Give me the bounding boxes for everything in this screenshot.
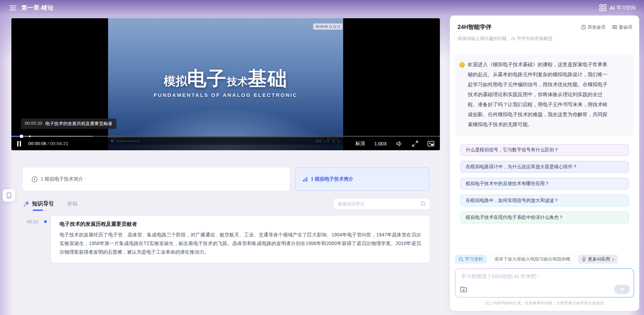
logo-text: 学习空间 xyxy=(616,5,636,11)
bar-chart-icon xyxy=(303,177,308,182)
knowledge-card-body: 电子技术的发展经历了电子管、晶体管、集成电路三个阶段，对广播通信、航空航天、工业… xyxy=(60,231,421,256)
suggested-questions: 什么是模拟信号，它与数字信号有什么区别？ 在模拟电路设计中，为什么说运算放大器是… xyxy=(460,144,629,223)
recorded-overlay-time: 00:00:05 xyxy=(316,25,328,28)
panel-actions: 历史会话 新会话 xyxy=(581,24,632,30)
panel-subtitle: 选择或输入感兴趣的问题，AI 学伴为你答疑解惑 xyxy=(457,35,632,42)
chat-input[interactable] xyxy=(455,269,634,279)
video-player[interactable]: 00:00:05 模拟电子技术基础 FUNDAMENTALS OF ANALOG… xyxy=(11,18,440,150)
suggested-question[interactable]: 在模拟电路设计中，为什么说运算放大器是核心组件？ xyxy=(460,161,629,173)
magnifier-icon xyxy=(459,257,463,262)
recorded-tool-icon xyxy=(334,26,336,28)
sparkle-icon xyxy=(23,200,30,207)
input-toolbar xyxy=(460,285,630,294)
suggested-question[interactable]: 模拟电子技术中的反馈技术有哪些应用？ xyxy=(460,178,629,190)
suggested-question[interactable]: 模拟电子技术在现代电子系统中扮演什么角色？ xyxy=(460,212,629,223)
suggested-question[interactable]: 在模拟电路中，如何实现信号的放大和滤波？ xyxy=(460,195,629,206)
quality-button[interactable]: 标清 xyxy=(355,141,365,147)
quick-chips-row: 学习资料 请讲下放大器输入电阻与输出电阻的概 更多AI应用 › xyxy=(455,255,634,264)
speed-button[interactable]: 1.00X xyxy=(374,141,387,146)
mobile-panel-button[interactable] xyxy=(3,189,15,202)
apps-grid-icon[interactable] xyxy=(599,4,606,11)
controls-row: 00:00:06 / 00:04:21 标清 1.00X xyxy=(11,137,440,150)
chapter-tooltip-label: 电子技术的发展历程及重要贡献者 xyxy=(45,121,113,127)
video-subtitle: FUNDAMENTALS OF ANALOG ELECTRONIC xyxy=(108,92,343,98)
chat-input-card xyxy=(455,268,634,297)
page-title: 第一章-绪论 xyxy=(21,4,54,12)
pause-button[interactable] xyxy=(17,141,21,146)
chapter-card-video-label: 1 模拟电子技术简介 xyxy=(41,176,83,182)
search-input[interactable] xyxy=(338,201,421,206)
ai-disclaimer: 以上内容均由AI生成，仅供参考和借鉴；大模型能力由学堂在线提供 xyxy=(450,301,639,306)
send-plane-icon xyxy=(620,287,625,292)
timeline-rail xyxy=(40,216,51,263)
panel-title: 24H智能学伴 xyxy=(457,23,492,31)
recorded-tool-icon xyxy=(329,26,332,28)
chevron-right-icon: › xyxy=(612,256,614,262)
ai-companion-panel: 24H智能学伴 历史会话 新会话 选择或输入感兴趣的问题，AI 学伴为你答疑解惑 xyxy=(450,16,639,311)
folder-upload-icon[interactable] xyxy=(460,286,467,292)
tab-knowledge-guide[interactable]: 知识导引 xyxy=(32,200,54,207)
welcome-message: 欢迎进入《模拟电子技术基础》的课程，这里是探索电子世界奥秘的起点。从基本的电路元… xyxy=(455,54,634,136)
chapter-cards: 1 模拟电子技术简介 1 模拟电子技术简介 xyxy=(23,167,429,191)
logo-ai-text: Ai xyxy=(610,5,615,11)
search-icon[interactable] xyxy=(421,201,426,206)
player-controls: 00:00:06 / 00:04:21 标清 1.00X xyxy=(11,136,440,150)
tab-script[interactable]: 讲稿 xyxy=(67,201,77,207)
history-chats-button[interactable]: 历史会话 xyxy=(581,24,605,30)
learning-materials-chip[interactable]: 学习资料 xyxy=(455,255,487,264)
chapter-card-stats-label: 1 模拟电子技术简介 xyxy=(311,176,353,182)
knowledge-header: 知识导引 讲稿 xyxy=(23,198,430,210)
wave-emoji-icon xyxy=(459,62,465,68)
knowledge-card-title: 电子技术的发展历程及重要贡献者 xyxy=(60,221,421,227)
time-display: 00:00:06 / 00:04:21 xyxy=(28,141,68,146)
knowledge-search xyxy=(334,199,430,209)
clock-icon xyxy=(581,25,586,30)
chat-bubble-icon xyxy=(612,25,617,30)
welcome-text: 欢迎进入《模拟电子技术基础》的课程，这里是探索电子世界奥秘的起点。从基本的电路元… xyxy=(468,60,609,130)
volume-icon[interactable] xyxy=(396,141,403,146)
pip-icon[interactable] xyxy=(427,141,434,146)
phone-icon xyxy=(6,192,12,199)
more-ai-apps-chip[interactable]: 更多AI应用 › xyxy=(578,255,618,264)
new-chat-button[interactable]: 新会话 xyxy=(612,24,632,30)
chapter-tooltip-time: 00:00:33 xyxy=(25,121,42,127)
chapter-card-stats[interactable]: 1 模拟电子技术简介 xyxy=(295,167,429,191)
timeline-dot xyxy=(44,220,47,223)
chapter-tooltip: 00:00:33 电子技术的发展历程及重要贡献者 xyxy=(21,119,116,129)
suggested-question[interactable]: 什么是模拟信号，它与数字信号有什么区别？ xyxy=(460,144,629,156)
fullscreen-icon[interactable] xyxy=(412,141,418,147)
prompt-suggestion-chip[interactable]: 请讲下放大器输入电阻与输出电阻的概 xyxy=(490,255,574,264)
panel-header: 24H智能学伴 历史会话 新会话 xyxy=(457,23,632,31)
entry-timestamp: 00:10 xyxy=(23,216,40,263)
recorded-tool-icon xyxy=(338,26,340,28)
app-root: 第一章-绪论 Ai 学习空间 00:00:05 模拟电子技术基础 FUNDAME… xyxy=(0,0,644,315)
right-controls: 标清 1.00X xyxy=(355,141,434,147)
chapter-card-video[interactable]: 1 模拟电子技术简介 xyxy=(23,167,290,191)
video-title: 模拟电子技术基础 xyxy=(108,66,343,92)
bulb-icon xyxy=(582,257,586,262)
play-circle-icon xyxy=(32,176,38,182)
recorded-annotation-toolbar: 00:00:05 xyxy=(313,23,342,30)
topbar: 第一章-绪论 Ai 学习空间 xyxy=(0,0,644,16)
knowledge-entry: 00:10 电子技术的发展历程及重要贡献者 电子技术的发展经历了电子管、晶体管、… xyxy=(23,216,430,263)
menu-icon[interactable] xyxy=(10,6,16,10)
knowledge-card[interactable]: 电子技术的发展历程及重要贡献者 电子技术的发展经历了电子管、晶体管、集成电路三个… xyxy=(51,216,430,263)
send-button[interactable] xyxy=(614,285,630,294)
video-content: 00:00:05 模拟电子技术基础 FUNDAMENTALS OF ANALOG… xyxy=(108,18,343,150)
topbar-logo: Ai 学习空间 xyxy=(599,4,636,11)
